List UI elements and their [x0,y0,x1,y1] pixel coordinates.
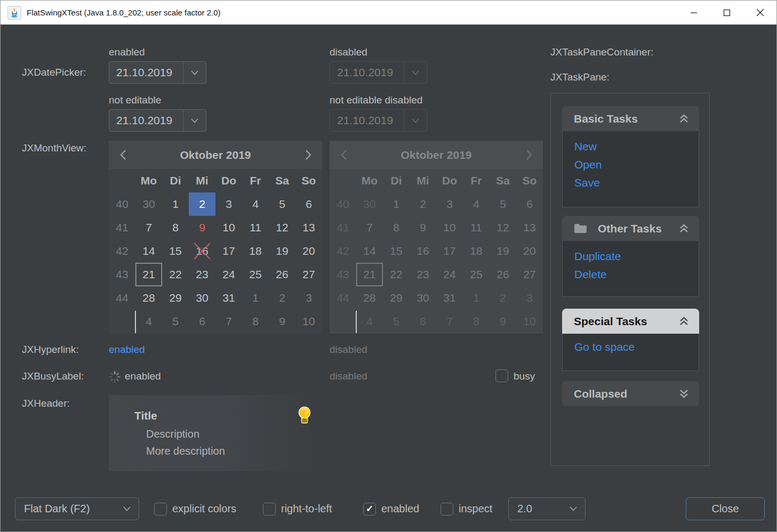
week-number: 44 [109,286,135,310]
hyperlink-enabled[interactable]: enabled [109,344,145,356]
datepicker-not-editable-value[interactable]: 21.10.2019 [109,110,183,131]
monthview-enabled: Oktober 2019MoDiMiDoFrSaSo40301234564178… [109,141,322,334]
day-cell-7: 7 [436,310,463,333]
day-cell-5[interactable]: 5 [162,310,189,333]
day-cell-6[interactable]: 6 [295,192,322,216]
day-cell-14[interactable]: 14 [135,239,162,263]
day-cell-9[interactable]: 9 [189,216,215,239]
day-cell-4[interactable]: 4 [242,192,269,216]
chevrons-up-icon[interactable] [678,316,690,326]
taskpane-link-duplicate[interactable]: Duplicate [574,247,699,265]
day-cell-19[interactable]: 19 [269,239,295,263]
day-cell-5[interactable]: 5 [269,192,295,216]
chevron-right-icon [515,149,543,160]
close-button[interactable] [743,1,776,25]
datepicker-enabled-value[interactable]: 21.10.2019 [109,62,183,83]
day-cell-2[interactable]: 2 [189,192,215,216]
day-cell-1[interactable]: 1 [242,286,269,310]
chevron-down-icon[interactable] [183,110,206,131]
taskpane-link-save[interactable]: Save [574,174,699,192]
day-cell-7[interactable]: 7 [215,310,242,333]
day-cell-3[interactable]: 3 [295,286,322,310]
monthview-dayheader-row: MoDiMiDoFrSaSo [330,169,543,192]
day-cell-13[interactable]: 13 [295,216,322,239]
day-cell-18[interactable]: 18 [242,239,269,263]
day-cell-1: 1 [463,286,490,310]
week-number: 41 [109,216,135,239]
taskpane-link-go-to-space[interactable]: Go to space [574,338,699,356]
day-cell-12[interactable]: 12 [269,216,295,239]
day-cell-10[interactable]: 10 [295,310,322,333]
datepicker-noteditable-disabled-caption: not editable disabled [330,94,422,106]
minimize-button[interactable] [677,1,710,25]
day-cell-23[interactable]: 23 [189,263,215,286]
day-cell-21[interactable]: 21 [135,263,162,286]
inspect-checkbox[interactable] [440,503,453,515]
day-cell-17[interactable]: 17 [215,239,242,263]
day-cell-10[interactable]: 10 [215,216,242,239]
taskpane-link-open[interactable]: Open [574,156,699,174]
explicit-colors-checkbox[interactable] [154,503,167,515]
datepicker-not-editable[interactable]: 21.10.2019 [109,109,206,132]
datepicker-not-editable-disabled-value: 21.10.2019 [330,110,404,131]
day-cell-20[interactable]: 20 [295,239,322,263]
day-cell-29[interactable]: 29 [162,286,189,310]
chevrons-up-icon[interactable] [678,223,690,233]
day-cell-7[interactable]: 7 [135,216,162,239]
day-cell-8[interactable]: 8 [162,216,189,239]
taskpane-header[interactable]: Collapsed [562,381,699,406]
scale-select[interactable]: 2.0 [508,497,586,520]
taskpane-collapsed: Collapsed [562,381,699,406]
day-cell-28[interactable]: 28 [135,286,162,310]
chevron-down-icon [123,506,131,511]
taskpane-other-tasks: Other TasksDuplicateDelete [562,216,699,297]
taskpane-title: Other Tasks [598,222,662,235]
day-cell-31[interactable]: 31 [215,286,242,310]
day-header-Sa: Sa [269,169,295,192]
enabled-checkbox[interactable]: ✓ [363,503,376,515]
day-cell-15[interactable]: 15 [162,239,189,263]
taskpane-header[interactable]: Basic Tasks [562,106,699,131]
day-cell-30[interactable]: 30 [189,286,215,310]
day-cell-4[interactable]: 4 [135,310,162,333]
java-logo-icon [7,6,21,20]
chevron-right-icon[interactable] [294,149,322,160]
taskpane-link-delete[interactable]: Delete [574,265,699,284]
chevron-down-icon[interactable] [183,62,206,83]
day-cell-26[interactable]: 26 [269,263,295,286]
monthview-week-row: 4321222324252627 [330,263,543,286]
day-cell-30[interactable]: 30 [135,192,162,216]
day-cell-1[interactable]: 1 [162,192,189,216]
day-cell-16[interactable]: 16 [189,239,215,263]
chevron-left-icon[interactable] [109,149,137,160]
day-header-Di: Di [162,169,189,192]
day-cell-7: 7 [356,216,383,239]
close-dialog-button[interactable]: Close [686,497,765,520]
day-cell-27[interactable]: 27 [295,263,322,286]
scale-select-value: 2.0 [517,503,532,515]
monthview-week-row: 4214151617181920 [330,239,543,263]
day-cell-8[interactable]: 8 [242,310,269,333]
theme-select[interactable]: Flat Dark (F2) [15,497,139,520]
day-cell-20: 20 [516,239,543,263]
day-cell-2[interactable]: 2 [269,286,295,310]
day-cell-22[interactable]: 22 [162,263,189,286]
day-cell-3[interactable]: 3 [215,192,242,216]
taskpane-container: Basic TasksNewOpenSaveOther TasksDuplica… [550,93,710,466]
taskpane-link-new[interactable]: New [574,138,699,156]
taskpane-header[interactable]: Other Tasks [562,216,699,241]
datepicker-enabled[interactable]: 21.10.2019 [109,61,206,84]
taskpane-header[interactable]: Special Tasks [562,309,699,334]
chevrons-down-icon[interactable] [678,389,690,399]
maximize-button[interactable] [710,1,743,25]
day-cell-24[interactable]: 24 [215,263,242,286]
chevrons-up-icon[interactable] [678,114,690,124]
day-cell-9[interactable]: 9 [269,310,295,333]
right-to-left-checkbox[interactable] [263,503,276,515]
day-cell-25[interactable]: 25 [242,263,269,286]
day-header-Fr: Fr [242,169,269,192]
day-cell-6[interactable]: 6 [189,310,215,333]
busy-checkbox[interactable] [495,369,508,382]
day-cell-11[interactable]: 11 [242,216,269,239]
window-title: FlatSwingXTest (Java 1.8.0_202; user sca… [27,8,221,17]
